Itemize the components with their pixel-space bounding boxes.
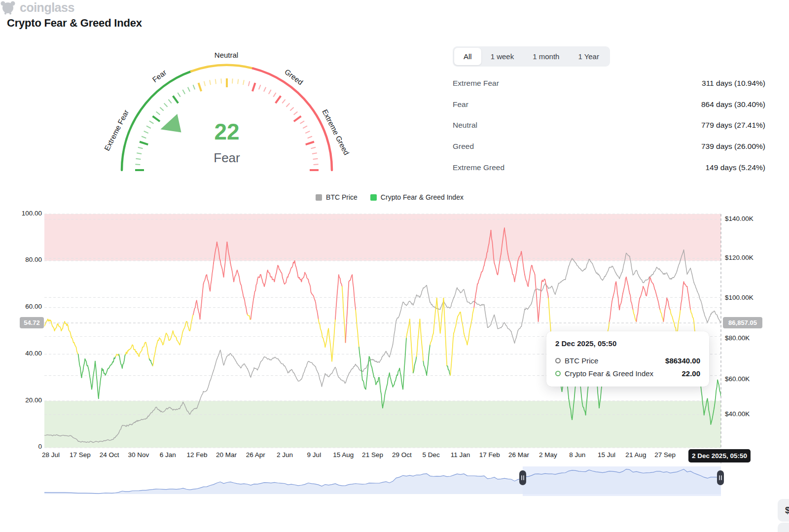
- crypto-fear-greed-page: Crypto Fear & Greed Index Extreme Fear F…: [0, 0, 789, 532]
- table-row: Greed 739 days (26.00%): [453, 136, 765, 157]
- tooltip-value: $86340.00: [665, 356, 700, 365]
- left-axis-tick: 0: [9, 443, 42, 450]
- legend-item-btc[interactable]: BTC Price: [316, 193, 358, 201]
- table-row: Extreme Fear 311 days (10.94%): [453, 73, 765, 94]
- tab-all[interactable]: All: [454, 48, 481, 65]
- btc-marker-icon: [555, 358, 561, 363]
- stat-label: Neutral: [453, 121, 477, 130]
- left-axis-tick: 80.00: [9, 256, 42, 263]
- tooltip-value: 22.00: [681, 369, 700, 378]
- tab-1-week[interactable]: 1 week: [481, 48, 524, 65]
- legend-item-index[interactable]: Crypto Fear & Greed Index: [370, 193, 464, 201]
- table-row: Fear 864 days (30.40%): [453, 94, 765, 115]
- tooltip-date: 2 Dec 2025, 05:50: [555, 339, 700, 348]
- right-axis-tick: $60.00K: [725, 375, 769, 383]
- currency-icon: $: [785, 505, 789, 516]
- stat-value: 739 days (26.00%): [701, 142, 765, 151]
- zone-stats-table: Extreme Fear 311 days (10.94%) Fear 864 …: [453, 73, 765, 178]
- gauge-classification: Fear: [192, 150, 261, 166]
- stat-label: Extreme Greed: [453, 163, 504, 172]
- index-swatch-icon: [370, 194, 377, 201]
- right-axis-tick: $100.00K: [725, 294, 769, 301]
- left-axis-tick: 20.00: [9, 396, 42, 404]
- currency-button[interactable]: $: [778, 499, 789, 522]
- gauge-value: 22: [192, 118, 261, 145]
- stat-label: Extreme Fear: [453, 79, 499, 88]
- tooltip-label: Crypto Fear & Greed Index: [565, 369, 678, 378]
- left-axis-crosshair-badge: 54.72: [20, 317, 44, 328]
- table-row: Extreme Greed 149 days (5.24%): [453, 157, 765, 178]
- stat-value: 311 days (10.94%): [702, 79, 765, 88]
- right-axis-tick: $120.00K: [725, 254, 769, 261]
- x-axis-date-badge: 2 Dec 2025, 05:50: [688, 449, 751, 462]
- corner-button[interactable]: [778, 523, 789, 532]
- stat-value: 779 days (27.41%): [701, 121, 765, 130]
- index-marker-icon: [555, 371, 561, 376]
- left-axis-tick: 100.00: [9, 210, 42, 217]
- tab-1-year[interactable]: 1 Year: [569, 48, 609, 65]
- stat-label: Greed: [453, 142, 474, 151]
- table-row: Neutral 779 days (27.41%): [453, 115, 765, 136]
- left-axis-tick: 60.00: [9, 303, 42, 310]
- stat-value: 864 days (30.40%): [701, 100, 765, 109]
- legend-label: BTC Price: [326, 193, 358, 201]
- navigator-handle-left[interactable]: [519, 470, 526, 485]
- chart-tooltip: 2 Dec 2025, 05:50 BTC Price $86340.00 Cr…: [546, 331, 709, 387]
- tab-1-month[interactable]: 1 month: [523, 48, 569, 65]
- tooltip-label: BTC Price: [565, 356, 661, 365]
- legend-label: Crypto Fear & Greed Index: [381, 193, 464, 201]
- right-axis-crosshair-badge: 86,857.05: [723, 317, 762, 328]
- tooltip-row-index: Crypto Fear & Greed Index 22.00: [555, 367, 700, 380]
- time-range-tabs: All 1 week 1 month 1 Year: [453, 46, 610, 67]
- right-axis-tick: $140.00K: [725, 215, 769, 222]
- stat-label: Fear: [453, 100, 468, 109]
- navigator-handle-right[interactable]: [717, 470, 724, 485]
- stat-value: 149 days (5.24%): [706, 163, 766, 172]
- tooltip-row-btc: BTC Price $86340.00: [555, 354, 700, 367]
- right-axis-tick: $80.00K: [725, 334, 769, 342]
- btc-swatch-icon: [316, 194, 322, 201]
- left-axis-tick: 40.00: [9, 350, 42, 357]
- right-axis-tick: $40.00K: [725, 410, 769, 418]
- chart-legend: BTC Price Crypto Fear & Greed Index: [0, 193, 779, 201]
